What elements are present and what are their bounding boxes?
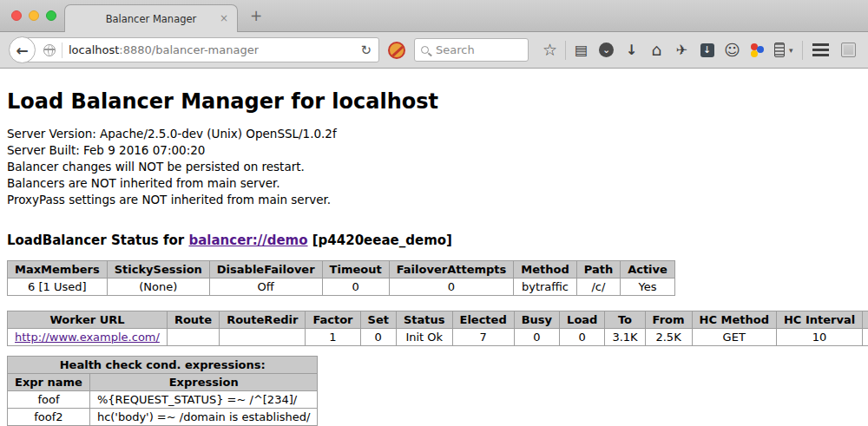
table-cell: 0 <box>389 279 514 296</box>
url-text[interactable]: localhost:8880/balancer-manager <box>69 43 259 56</box>
column-header: Path <box>576 261 620 279</box>
table-cell: foof <box>8 391 90 409</box>
column-header: Worker URL <box>8 311 168 329</box>
balancer-demo-link[interactable]: balancer://demo <box>188 233 307 248</box>
table-cell: foof2 <box>8 409 90 426</box>
column-header: FailoverAttempts <box>389 261 514 279</box>
close-tab-icon[interactable]: × <box>220 13 228 23</box>
column-header: Method <box>514 261 576 279</box>
table-row: 6 [1 Used](None)Off00bytraffic/c/Yes <box>8 279 675 296</box>
extension-dots-icon[interactable] <box>745 37 770 63</box>
column-header: Set <box>360 311 396 329</box>
divider <box>62 43 62 58</box>
colored-dots <box>750 43 765 57</box>
column-header: Status <box>396 311 452 329</box>
table-cell: 3.1K <box>605 329 645 346</box>
tab-strip: Balancer Manager × + <box>0 0 868 32</box>
worker-status-table: Worker URLRouteRouteRedirFactorSetStatus… <box>7 311 868 346</box>
minimize-window-button[interactable] <box>29 10 39 21</box>
table-cell: GET <box>692 329 776 346</box>
table-row: http://www.example.com/ 10Init Ok7003.1K… <box>8 329 868 346</box>
table-cell: 2.5K <box>645 329 692 346</box>
table-cell <box>220 329 306 346</box>
page-title: Load Balancer Manager for localhost <box>7 89 861 114</box>
reading-list-icon[interactable]: ▤ <box>569 37 594 63</box>
url-path: :8880/balancer-manager <box>119 43 259 56</box>
save-to-app-icon[interactable]: ↓ <box>694 37 720 63</box>
column-header: DisableFailover <box>209 261 322 279</box>
new-tab-button[interactable]: + <box>250 7 262 24</box>
server-version-line: Server Version: Apache/2.5.0-dev (Unix) … <box>7 126 861 142</box>
column-header: MaxMembers <box>8 261 108 279</box>
page-content: Load Balancer Manager for localhost Serv… <box>0 69 868 426</box>
downloads-icon[interactable]: ↓ <box>619 37 644 63</box>
table-cell: bytraffic <box>514 279 576 296</box>
url-bar[interactable]: localhost:8880/balancer-manager ↻ <box>23 37 379 62</box>
table-cell: Init Ok <box>396 329 452 346</box>
column-header: StickySession <box>107 261 209 279</box>
battery-glyph <box>774 43 785 57</box>
column-header: RouteRedir <box>220 311 306 329</box>
pocket-glyph: ⌄ <box>599 43 614 57</box>
table-cell: 1 (0) <box>863 329 868 346</box>
column-header: From <box>645 311 692 329</box>
balancer-persist-note: Balancer changes will NOT be persisted o… <box>7 159 861 175</box>
table-row: foof%{REQUEST_STATUS} =~ /^[234]/ <box>8 391 318 409</box>
browser-tab[interactable]: Balancer Manager × <box>64 4 238 33</box>
save-glyph: ↓ <box>700 43 714 57</box>
column-header: Load <box>560 311 605 329</box>
home-icon[interactable]: ⌂ <box>644 37 669 63</box>
chevron-down-icon[interactable]: ▾ <box>789 46 799 55</box>
toolbar-icons: ☆ ▤ ⌄ ↓ ⌂ ✈ ↓ ☺ ▾ <box>537 37 861 63</box>
search-input[interactable] <box>434 43 516 57</box>
zoom-window-button[interactable] <box>46 10 56 21</box>
pocket-icon[interactable]: ⌄ <box>594 37 619 63</box>
column-header: HC Interval <box>776 311 862 329</box>
bookmark-star-icon[interactable]: ☆ <box>537 37 562 63</box>
panel-grid-icon[interactable] <box>835 37 861 63</box>
table-cell: 0 <box>360 329 396 346</box>
table-cell: 10 <box>776 329 862 346</box>
column-header: Factor <box>306 311 360 329</box>
panel-glyph <box>841 43 856 57</box>
reload-icon[interactable]: ↻ <box>360 43 372 58</box>
url-host: localhost <box>69 43 119 56</box>
proxypass-note: ProxyPass settings are NOT inherited fro… <box>7 192 861 208</box>
loadbalancer-status-heading: LoadBalancer Status for balancer://demo … <box>7 233 861 248</box>
table-cell: /c/ <box>576 279 620 296</box>
divider <box>802 41 803 60</box>
back-button[interactable]: ← <box>9 36 36 63</box>
table-cell: http://www.example.com/ <box>8 329 168 346</box>
menu-hamburger-icon[interactable] <box>806 37 835 63</box>
worker-url-link[interactable]: http://www.example.com/ <box>15 331 160 344</box>
battery-extension-icon[interactable] <box>770 37 789 63</box>
column-header: Busy <box>514 311 559 329</box>
server-built-line: Server Built: Feb 9 2016 07:00:20 <box>7 142 861 159</box>
site-identity-globe-icon[interactable] <box>43 44 56 56</box>
table-cell: Yes <box>621 279 675 296</box>
table-caption: Health check cond. expressions: <box>8 357 318 374</box>
hamburger-glyph <box>812 43 829 56</box>
heading-suffix: [p4420eeae_demo] <box>308 233 452 248</box>
column-header: To <box>605 311 645 329</box>
table-cell: %{REQUEST_STATUS} =~ /^[234]/ <box>89 391 318 409</box>
chat-smiley-icon[interactable]: ☺ <box>720 37 745 63</box>
content-blocked-icon[interactable] <box>388 42 405 59</box>
divider <box>565 41 566 60</box>
column-header: Route <box>167 311 219 329</box>
close-window-button[interactable] <box>11 10 22 21</box>
column-header: Expr name <box>8 374 90 391</box>
column-header: Passes <box>863 311 868 329</box>
column-header: HC Method <box>692 311 776 329</box>
table-cell: 1 <box>306 329 360 346</box>
balancer-inherit-note: Balancers are NOT inherited from main se… <box>7 175 861 192</box>
send-tab-icon[interactable]: ✈ <box>669 37 694 63</box>
column-header: Elected <box>452 311 514 329</box>
column-header: Expression <box>89 374 318 391</box>
heading-prefix: LoadBalancer Status for <box>7 233 188 248</box>
search-box[interactable] <box>414 38 529 62</box>
tab-title: Balancer Manager <box>106 13 197 25</box>
column-header: Active <box>621 261 675 279</box>
table-cell: (None) <box>107 279 209 296</box>
table-cell: hc('body') =~ /domain is established/ <box>89 409 318 426</box>
